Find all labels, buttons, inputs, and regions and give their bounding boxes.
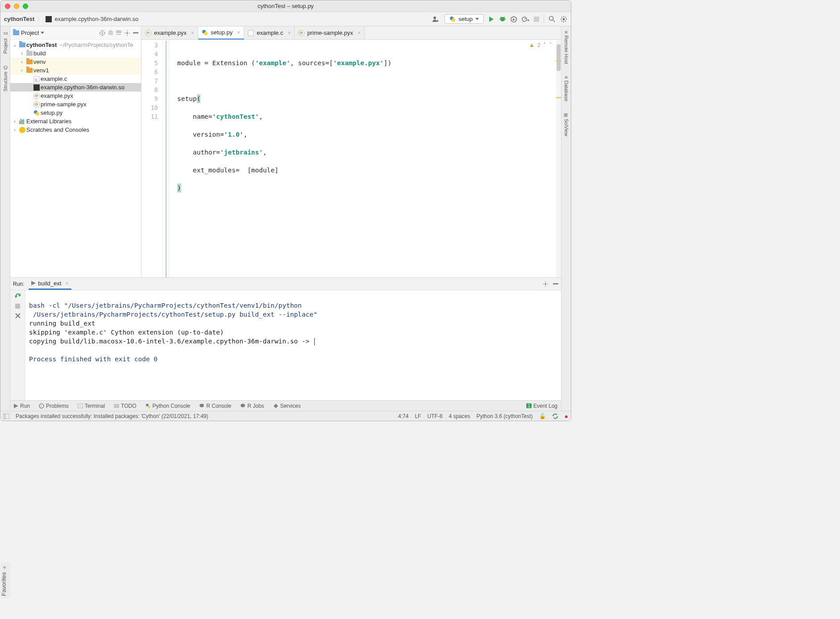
collapse-all-icon[interactable]	[116, 30, 121, 36]
readonly-lock-icon[interactable]: 🔓	[539, 413, 546, 419]
breadcrumb-file[interactable]: example.cpython-36m-darwin.so	[54, 16, 138, 22]
sciview-tool-button[interactable]: ⊞SciView	[563, 111, 569, 138]
close-icon[interactable]: ×	[65, 280, 69, 287]
quick-access-icon[interactable]	[3, 414, 9, 419]
expand-icon[interactable]: ›	[18, 59, 25, 64]
tree-row-example-c[interactable]: cexample.c	[10, 75, 141, 83]
run-toolbar	[10, 290, 25, 400]
tree-row-example-pyx[interactable]: ⟳example.pyx	[10, 92, 141, 100]
status-message[interactable]: Packages installed successfully: Install…	[16, 413, 208, 419]
inspection-widget[interactable]: ▲ 2 ˄ ˅	[529, 42, 552, 48]
tree-row-prime-pyx[interactable]: ⟳prime-sample.pyx	[10, 100, 141, 109]
expand-icon[interactable]: ⌄	[11, 42, 18, 47]
close-run-button[interactable]	[15, 313, 21, 318]
settings-icon[interactable]	[560, 16, 567, 23]
python-interpreter[interactable]: Python 3.6 (cythonTest)	[476, 413, 532, 419]
settings-icon[interactable]	[542, 281, 549, 287]
tree-row-venv1[interactable]: ›venv1	[10, 66, 141, 75]
expand-icon[interactable]: ›	[18, 68, 25, 73]
todo-tool-button[interactable]: TODO	[114, 403, 136, 409]
cython-file-icon: ⟳	[33, 93, 40, 99]
fold-stripe[interactable]	[163, 40, 169, 277]
r-console-tool-button[interactable]: R Console	[199, 403, 231, 409]
tree-row-root[interactable]: ⌄ cythonTest ~/PycharmProjects/cythonTe	[10, 41, 141, 49]
folder-icon: ▭	[2, 31, 8, 37]
tree-row-setup-py[interactable]: setup.py	[10, 109, 141, 117]
tab-example-pyx[interactable]: ⟳example.pyx×	[141, 26, 198, 39]
svg-line-23	[561, 21, 562, 21]
warning-icon: !	[39, 403, 44, 409]
tree-row-so-file[interactable]: example.cpython-36m-darwin.so	[10, 83, 141, 92]
user-dropdown-icon[interactable]	[432, 16, 440, 23]
code-area[interactable]: 34567891011 module = Extension ('example…	[141, 40, 561, 277]
locate-icon[interactable]	[99, 30, 105, 36]
r-jobs-tool-button[interactable]: R Jobs	[240, 403, 264, 409]
python-console-tool-button[interactable]: Python Console	[146, 403, 191, 409]
hide-panel-icon[interactable]	[553, 283, 558, 285]
run-configuration-selector[interactable]: setup	[445, 14, 484, 24]
console-output[interactable]: bash -cl "/Users/jetbrains/PycharmProjec…	[25, 290, 561, 400]
close-tab-icon[interactable]: ×	[191, 30, 194, 36]
next-highlight-icon[interactable]: ˅	[549, 42, 552, 48]
line-separator[interactable]: LF	[415, 413, 421, 419]
tab-prime-sample[interactable]: ⟳prime-sample.pyx×	[295, 26, 365, 39]
close-window-button[interactable]	[5, 4, 10, 9]
svg-text:＞: ＞	[79, 405, 82, 408]
folder-icon	[26, 51, 33, 56]
structure-tool-button[interactable]: Structure⌬	[2, 63, 8, 93]
tree-row-scratches[interactable]: ›Scratches and Consoles	[10, 125, 141, 134]
main-area: Project▭ Structure⌬ Project	[0, 26, 571, 411]
run-tab[interactable]: build_ext ×	[29, 278, 71, 290]
run-tool-button[interactable]: Run	[14, 403, 30, 409]
prev-highlight-icon[interactable]: ˄	[543, 42, 546, 48]
services-tool-button[interactable]: Services	[273, 403, 301, 409]
fatal-error-icon[interactable]: ●	[565, 413, 568, 420]
hide-panel-icon[interactable]	[133, 32, 138, 34]
svg-point-73	[200, 404, 204, 407]
expand-all-icon[interactable]	[108, 30, 113, 36]
rerun-button[interactable]	[15, 293, 21, 299]
tab-setup-py[interactable]: setup.py×	[198, 27, 244, 40]
code-content[interactable]: module = Extension ('example', sources=[…	[169, 40, 561, 277]
close-tab-icon[interactable]: ×	[237, 29, 240, 36]
breadcrumb[interactable]: cythonTest 〉 example.cpython-36m-darwin.…	[4, 15, 138, 23]
svg-point-14	[549, 16, 553, 20]
problems-tool-button[interactable]: !Problems	[39, 403, 69, 409]
caret-position[interactable]: 4:74	[398, 413, 408, 419]
sync-icon[interactable]	[552, 413, 558, 419]
options-icon[interactable]	[124, 30, 130, 36]
tree-row-build[interactable]: ›build	[10, 49, 141, 58]
minimize-window-button[interactable]	[14, 4, 19, 9]
indent-setting[interactable]: 4 spaces	[449, 413, 470, 419]
editor-scrollbar[interactable]	[556, 40, 561, 277]
close-tab-icon[interactable]: ×	[358, 30, 361, 36]
terminal-tool-button[interactable]: ＞Terminal	[78, 403, 105, 409]
file-encoding[interactable]: UTF-8	[427, 413, 442, 419]
tree-row-venv[interactable]: ›venv	[10, 58, 141, 66]
python-icon	[449, 16, 456, 22]
coverage-button[interactable]	[511, 16, 517, 22]
stop-button[interactable]	[534, 17, 539, 22]
remote-host-tool-button[interactable]: ≡Remote Host	[564, 29, 569, 66]
maximize-window-button[interactable]	[23, 4, 28, 9]
close-tab-icon[interactable]: ×	[287, 30, 291, 36]
database-tool-button[interactable]: ≡Database	[564, 74, 569, 104]
breadcrumb-project[interactable]: cythonTest	[4, 16, 34, 22]
project-view-selector[interactable]: Project	[13, 29, 96, 36]
cython-file-icon: ⟳	[33, 101, 40, 108]
project-tree[interactable]: ⌄ cythonTest ~/PycharmProjects/cythonTe …	[10, 40, 141, 277]
event-log-tool-button[interactable]: 1Event Log	[526, 403, 557, 409]
tree-row-external-libs[interactable]: ›External Libraries	[10, 117, 141, 125]
svg-marker-63	[14, 404, 18, 408]
expand-icon[interactable]: ›	[11, 119, 18, 124]
search-icon[interactable]	[549, 16, 556, 23]
gutter[interactable]: 34567891011	[141, 40, 163, 277]
expand-icon[interactable]: ›	[11, 127, 18, 132]
tab-example-c[interactable]: example.c×	[244, 26, 295, 39]
expand-icon[interactable]: ›	[18, 51, 25, 56]
debug-button[interactable]	[499, 16, 506, 22]
profiler-button[interactable]	[521, 16, 529, 22]
stop-button[interactable]	[15, 304, 20, 309]
project-tool-button[interactable]: Project▭	[2, 29, 8, 55]
run-button[interactable]	[488, 16, 495, 22]
